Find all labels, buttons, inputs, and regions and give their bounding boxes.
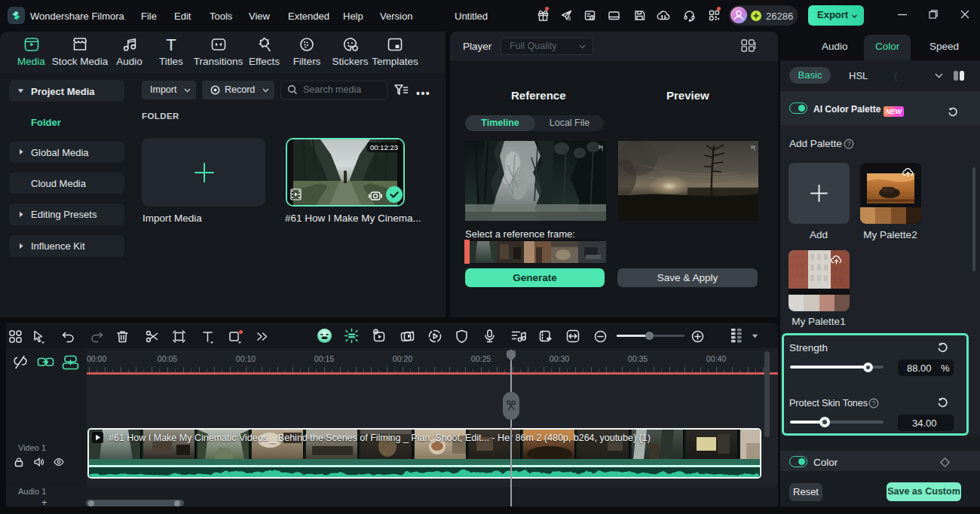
svg-text:8: 8 xyxy=(568,16,571,21)
svg-text:?: ? xyxy=(872,399,876,407)
svg-text:T: T xyxy=(166,35,176,54)
svg-text:?: ? xyxy=(847,140,851,148)
